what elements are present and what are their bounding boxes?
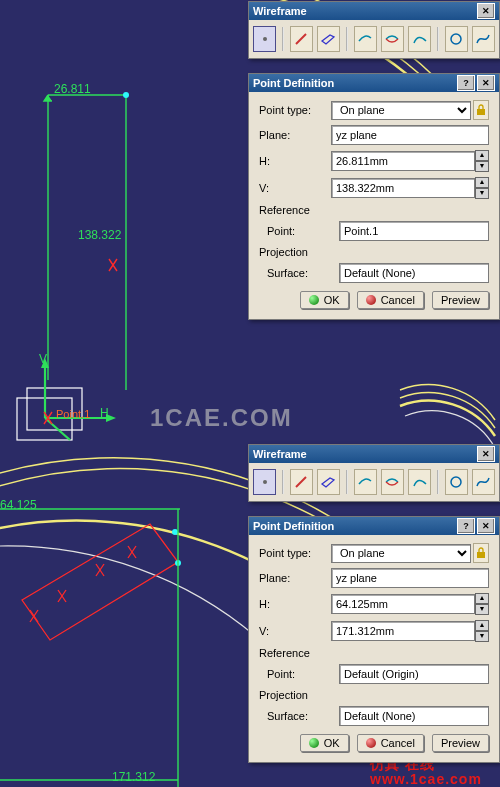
intersect-tool-icon[interactable] <box>381 26 404 52</box>
line-tool-icon[interactable] <box>290 26 313 52</box>
svg-point-35 <box>451 477 461 487</box>
surface-label: Surface: <box>259 267 339 279</box>
dim-v-top: 138.322 <box>78 228 121 242</box>
close-icon[interactable]: ✕ <box>477 518 495 534</box>
svg-line-10 <box>45 418 70 440</box>
close-icon[interactable]: ✕ <box>477 3 495 19</box>
svg-rect-32 <box>477 109 485 115</box>
h-field[interactable] <box>331 594 475 614</box>
cancel-led-icon <box>366 295 376 305</box>
dialog-title: Point Definition <box>253 520 334 532</box>
cancel-button[interactable]: Cancel <box>357 291 424 309</box>
intersect-tool-icon[interactable] <box>381 469 404 495</box>
point-field[interactable] <box>339 221 489 241</box>
preview-button[interactable]: Preview <box>432 291 489 309</box>
ok-led-icon <box>309 738 319 748</box>
spline-tool-icon[interactable] <box>472 469 495 495</box>
v-spinner[interactable]: ▲▼ <box>475 620 489 642</box>
plane-label: Plane: <box>259 572 331 584</box>
lock-icon[interactable] <box>473 543 489 563</box>
plane-field[interactable] <box>331 125 489 145</box>
cancel-led-icon <box>366 738 376 748</box>
axis-h-label: H <box>100 406 109 420</box>
h-field[interactable] <box>331 151 475 171</box>
toolbar-title: Wireframe <box>253 5 307 17</box>
pointtype-label: Point type: <box>259 104 331 116</box>
h-label: H: <box>259 155 331 167</box>
pointtype-select[interactable]: On plane <box>331 544 471 563</box>
axis-v-label: V <box>39 352 47 366</box>
point-field[interactable] <box>339 664 489 684</box>
v-label: V: <box>259 182 331 194</box>
dialog-title: Point Definition <box>253 77 334 89</box>
surface-field[interactable] <box>339 706 489 726</box>
svg-point-25 <box>172 529 178 535</box>
project-tool-icon[interactable] <box>354 469 377 495</box>
projection-label: Projection <box>259 246 308 258</box>
help-icon[interactable]: ? <box>457 518 475 534</box>
curve-tool-icon[interactable] <box>408 469 431 495</box>
help-icon[interactable]: ? <box>457 75 475 91</box>
dim-h-top: 26.811 <box>54 82 91 96</box>
dim-v-bottom: 171.312 <box>112 770 155 784</box>
plane-field[interactable] <box>331 568 489 588</box>
svg-point-3 <box>123 92 129 98</box>
point1-label: Point.1 <box>56 408 90 420</box>
plane-label: Plane: <box>259 129 331 141</box>
v-spinner[interactable]: ▲▼ <box>475 177 489 199</box>
svg-point-33 <box>263 480 267 484</box>
point-label: Point: <box>259 668 339 680</box>
ok-button[interactable]: OK <box>300 734 349 752</box>
spline-tool-icon[interactable] <box>472 26 495 52</box>
point-tool-icon[interactable] <box>253 26 276 52</box>
point-definition-dialog-bottom[interactable]: Point Definition ? ✕ Point type: On plan… <box>248 516 500 763</box>
svg-point-29 <box>263 37 267 41</box>
cancel-button[interactable]: Cancel <box>357 734 424 752</box>
reference-label: Reference <box>259 647 310 659</box>
line-tool-icon[interactable] <box>290 469 313 495</box>
plane-tool-icon[interactable] <box>317 26 340 52</box>
svg-line-34 <box>296 477 306 487</box>
watermark-url: www.1cae.com <box>370 771 482 787</box>
svg-rect-36 <box>477 552 485 558</box>
svg-line-30 <box>296 34 306 44</box>
preview-button[interactable]: Preview <box>432 734 489 752</box>
point-label: Point: <box>259 225 339 237</box>
projection-label: Projection <box>259 689 308 701</box>
h-spinner[interactable]: ▲▼ <box>475 593 489 615</box>
close-icon[interactable]: ✕ <box>477 446 495 462</box>
point-definition-dialog-top[interactable]: Point Definition ? ✕ Point type: On plan… <box>248 73 500 320</box>
surface-field[interactable] <box>339 263 489 283</box>
v-field[interactable] <box>331 178 475 198</box>
ok-led-icon <box>309 295 319 305</box>
circle-tool-icon[interactable] <box>445 26 468 52</box>
h-spinner[interactable]: ▲▼ <box>475 150 489 172</box>
plane-tool-icon[interactable] <box>317 469 340 495</box>
v-field[interactable] <box>331 621 475 641</box>
lock-icon[interactable] <box>473 100 489 120</box>
close-icon[interactable]: ✕ <box>477 75 495 91</box>
svg-point-31 <box>451 34 461 44</box>
ok-button[interactable]: OK <box>300 291 349 309</box>
v-label: V: <box>259 625 331 637</box>
svg-marker-15 <box>22 524 178 640</box>
surface-label: Surface: <box>259 710 339 722</box>
pointtype-select[interactable]: On plane <box>331 101 471 120</box>
project-tool-icon[interactable] <box>354 26 377 52</box>
reference-label: Reference <box>259 204 310 216</box>
wireframe-toolbar-middle[interactable]: Wireframe ✕ <box>248 444 500 502</box>
circle-tool-icon[interactable] <box>445 469 468 495</box>
point-tool-icon[interactable] <box>253 469 276 495</box>
wireframe-toolbar-top[interactable]: Wireframe ✕ <box>248 1 500 59</box>
toolbar-title: Wireframe <box>253 448 307 460</box>
dim-h-bottom: 64.125 <box>0 498 37 512</box>
h-label: H: <box>259 598 331 610</box>
curve-tool-icon[interactable] <box>408 26 431 52</box>
pointtype-label: Point type: <box>259 547 331 559</box>
